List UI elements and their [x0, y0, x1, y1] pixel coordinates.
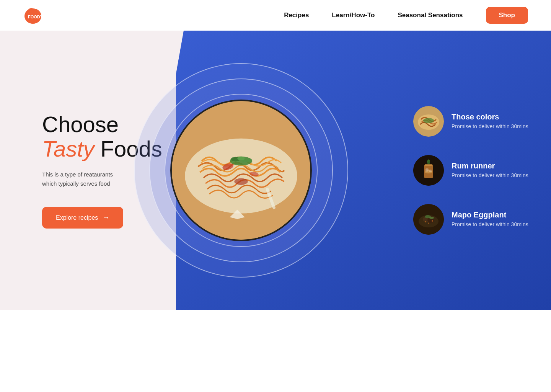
header: FOODY Recipes Learn/How-To Seasonal Sens…: [0, 0, 551, 31]
food-thumb-3: [413, 204, 444, 235]
logo-icon: FOODY: [23, 5, 43, 25]
food-card-1: Those colors Promise to deliver within 3…: [413, 106, 536, 137]
food-info-1: Those colors Promise to deliver within 3…: [452, 113, 528, 131]
shop-button[interactable]: Shop: [486, 7, 528, 24]
food-card-2: Rum runner Promise to deliver within 30m…: [413, 155, 536, 186]
svg-point-34: [428, 223, 429, 224]
food-card-3: Mapo Eggplant Promise to deliver within …: [413, 204, 536, 235]
food-thumb-image-3: [413, 204, 444, 235]
svg-point-25: [427, 160, 430, 164]
hero-section: Choose Tasty Foods This is a type of rea…: [0, 31, 551, 310]
food-illustration: [172, 100, 310, 241]
svg-point-1: [28, 8, 35, 15]
nav-learn[interactable]: Learn/How-To: [332, 11, 375, 19]
hero-title-tasty: Tasty: [42, 136, 94, 161]
svg-point-9: [234, 178, 248, 185]
food-name-3: Mapo Eggplant: [452, 211, 528, 219]
food-circle-image: [170, 100, 312, 241]
svg-point-32: [425, 221, 426, 222]
svg-rect-24: [429, 170, 432, 172]
food-thumb-image-2: [413, 155, 444, 186]
hero-food-image-container: [134, 63, 348, 278]
svg-rect-23: [425, 168, 429, 172]
arrow-icon: →: [103, 214, 109, 222]
food-info-3: Mapo Eggplant Promise to deliver within …: [452, 211, 528, 229]
food-thumb-1: [413, 106, 444, 137]
food-name-2: Rum runner: [452, 162, 528, 170]
nav-recipes[interactable]: Recipes: [284, 11, 309, 19]
hero-description: This is a type of reataurants which typi…: [42, 170, 122, 188]
svg-point-33: [432, 220, 433, 222]
food-delivery-2: Promise to deliver within 30mins: [452, 172, 528, 180]
main-nav: Recipes Learn/How-To Seasonal Sensations…: [284, 7, 528, 24]
food-delivery-3: Promise to deliver within 30mins: [452, 221, 528, 229]
logo[interactable]: FOODY: [23, 5, 43, 25]
nav-seasonal[interactable]: Seasonal Sensations: [398, 11, 463, 19]
svg-point-31: [429, 217, 434, 219]
svg-point-18: [423, 118, 434, 123]
below-hero-section: [0, 310, 551, 392]
svg-point-13: [237, 157, 245, 160]
food-thumb-image-1: [413, 106, 444, 137]
hero-right-panel: Those colors Promise to deliver within 3…: [398, 31, 551, 310]
food-name-1: Those colors: [452, 113, 528, 121]
explore-button[interactable]: Explore recipes →: [42, 207, 123, 229]
food-delivery-1: Promise to deliver within 30mins: [452, 123, 528, 131]
svg-text:FOODY: FOODY: [28, 15, 43, 19]
explore-button-label: Explore recipes: [56, 214, 98, 221]
food-thumb-2: [413, 155, 444, 186]
food-info-2: Rum runner Promise to deliver within 30m…: [452, 162, 528, 180]
